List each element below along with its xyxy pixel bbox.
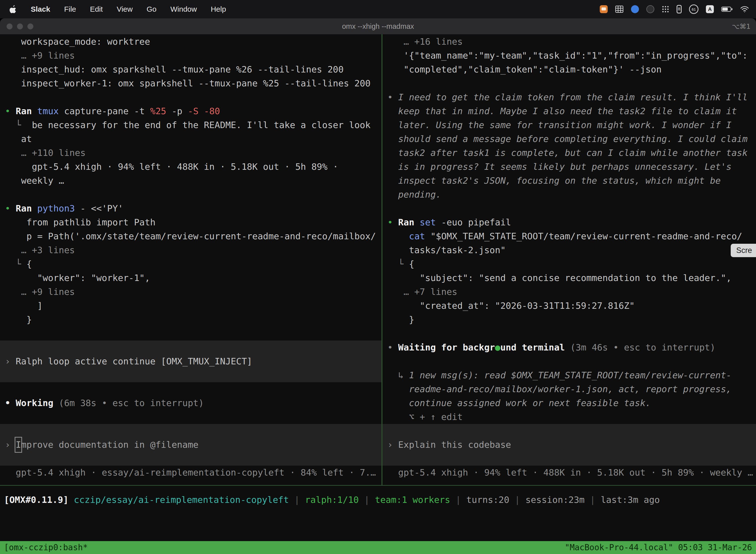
close-button[interactable] — [6, 23, 13, 30]
terminal-line: task2 after task1 is complete, but can I… — [387, 146, 756, 160]
text-segment: └ — [5, 120, 32, 130]
terminal-line — [5, 410, 381, 424]
text-segment: cat — [409, 231, 431, 241]
text-segment: tmux — [37, 106, 64, 116]
terminal-line: keep that in mind. Maybe I also need the… — [387, 104, 756, 118]
terminal-line: '{"team_name":"my-team","task_id":"1","f… — [387, 49, 756, 63]
menu-item-edit[interactable]: Edit — [90, 5, 103, 13]
text-segment: from pathlib import Path — [5, 217, 155, 227]
text-segment: cczip/essay/ai-reimplementation-copyleft — [74, 495, 289, 505]
terminal-line — [5, 382, 381, 396]
terminal-line: … +110 lines — [5, 146, 381, 160]
terminal-line: inspect_hud: omx sparkshell --tmux-pane … — [5, 63, 381, 76]
terminal-line: inspect task2's JSON, focusing on the st… — [387, 174, 756, 188]
text-segment: (6m 38s • esc to interrupt) — [53, 398, 204, 408]
text-segment: └ — [5, 259, 26, 269]
text-segment: ● — [495, 342, 501, 352]
terminal-line: • Ran set -euo pipefail — [387, 215, 756, 229]
text-segment: is in progress? It seems likely but perh… — [387, 162, 732, 172]
terminal-line: … +7 lines — [387, 285, 756, 299]
text-segment: task2 after task1 is complete, but can I… — [387, 148, 748, 158]
text-segment: %25 — [150, 106, 166, 116]
text-segment: • — [387, 342, 398, 352]
terminal-line: from pathlib import Path — [5, 215, 381, 229]
horizontal-pane-border — [0, 485, 756, 486]
grid-icon[interactable] — [615, 5, 624, 13]
text-segment: • — [5, 203, 16, 214]
terminal-line: should send a message before completing … — [387, 132, 756, 146]
terminal-line: is in progress? It seems likely but perh… — [387, 160, 756, 174]
text-segment: mprove documentation in @filename — [21, 438, 198, 452]
window-title-bar[interactable]: omx --xhigh --madmax ⌥⌘1 — [0, 18, 756, 34]
menu-item-help[interactable]: Help — [211, 5, 226, 13]
terminal-line: gpt-5.4 xhigh · essay/ai-reimplementatio… — [5, 466, 381, 480]
blue-app-icon[interactable] — [631, 5, 639, 13]
text-segment: p = Path('.omx/state/team/review-current… — [5, 231, 376, 241]
text-segment: | — [289, 495, 305, 505]
terminal-line: • Working (6m 38s • esc to interrupt) — [5, 396, 381, 410]
text-segment: weekly … — [5, 175, 64, 186]
terminal-line: pending. — [387, 188, 756, 202]
prompt-line[interactable]: › Improve documentation in @filename — [0, 424, 381, 466]
right-terminal-pane[interactable]: … +16 lines '{"team_name":"my-team","tas… — [382, 34, 756, 485]
phone-icon[interactable]: 8 — [677, 5, 682, 13]
menu-item-view[interactable]: View — [117, 5, 132, 13]
text-segment: • — [387, 217, 398, 227]
text-segment: "subject": "send a concise recommendatio… — [387, 273, 732, 283]
prompt-line[interactable]: › Explain this codebase — [382, 424, 756, 466]
menu-item-slack[interactable]: Slack — [31, 5, 50, 13]
terminal-line: └ be necessary for the end of the README… — [5, 118, 381, 132]
text-segment: be necessary for the end of the README. … — [32, 120, 370, 130]
menu-item-window[interactable]: Window — [170, 5, 197, 13]
apple-menu-icon[interactable] — [9, 5, 17, 14]
input-source-icon[interactable]: A — [706, 5, 714, 13]
text-segment: ] — [5, 300, 43, 311]
app-grid-icon[interactable] — [662, 5, 669, 13]
battery-icon[interactable] — [721, 6, 733, 12]
text-segment: Ran — [16, 106, 37, 116]
tmux-session-window: [omx-cczip0:bash* — [4, 541, 88, 554]
text-segment: continue assigned work or next feasible … — [387, 398, 651, 408]
text-segment: ralph:1/10 — [305, 495, 359, 505]
terminal-line: at — [5, 132, 381, 146]
text-segment: I — [16, 438, 21, 452]
text-segment: [OMX#0.11.9] — [4, 495, 74, 505]
menu-item-file[interactable]: File — [64, 5, 76, 13]
text-segment: | — [585, 495, 601, 505]
left-terminal-pane[interactable]: workspace_mode: worktree … +9 lines insp… — [0, 34, 381, 485]
text-segment: python3 — [37, 203, 75, 214]
terminal-line: gpt-5.4 xhigh · 94% left · 488K in · 5.1… — [5, 160, 381, 174]
text-segment: Ran — [398, 217, 420, 227]
prompt-line[interactable]: › Ralph loop active continue [OMX_TMUX_I… — [0, 340, 381, 382]
text-segment: | — [509, 495, 525, 505]
text-segment: ⌥ + ↑ edit — [387, 412, 462, 422]
terminal-line: … +16 lines — [387, 35, 756, 49]
text-segment: inspect task2's JSON, focusing on the st… — [387, 175, 721, 186]
dark-app-icon[interactable] — [646, 5, 654, 13]
text-segment: › — [387, 438, 398, 452]
menu-bar-status-area: 8 61 A — [600, 4, 756, 14]
terminal-line: } — [387, 313, 756, 327]
text-segment: readme-and-reco/mailbox/worker-1.json, a… — [387, 384, 732, 394]
zoom-button[interactable] — [27, 23, 34, 30]
terminal-line: "completed","claim_token":"claim-token"}… — [387, 63, 756, 76]
battery-percentage-icon[interactable]: 61 — [689, 4, 698, 14]
screen-recording-icon[interactable] — [600, 5, 608, 13]
menu-item-go[interactable]: Go — [146, 5, 156, 13]
text-segment: … +7 lines — [387, 287, 457, 297]
terminal-line: cat "$OMX_TEAM_STATE_ROOT/team/review-cu… — [387, 229, 756, 243]
text-segment: should send a message before completing … — [387, 134, 748, 144]
minimize-button[interactable] — [17, 23, 23, 30]
text-segment: gpt-5.4 xhigh · 94% left · 488K in · 5.1… — [387, 467, 753, 478]
text-segment: … +9 lines — [5, 50, 75, 61]
text-segment: capture-pane -t — [64, 106, 150, 116]
wifi-icon[interactable] — [740, 6, 749, 13]
terminal-window[interactable]: workspace_mode: worktree … +9 lines insp… — [0, 34, 756, 554]
text-segment: -p — [166, 106, 188, 116]
screen-share-overlay-button[interactable]: Scre — [731, 244, 756, 257]
terminal-line: └ { — [387, 257, 756, 271]
terminal-line — [387, 202, 756, 215]
text-segment: Waiting for backgr — [398, 342, 495, 352]
terminal-line — [387, 76, 756, 90]
terminal-line: } — [5, 313, 381, 327]
